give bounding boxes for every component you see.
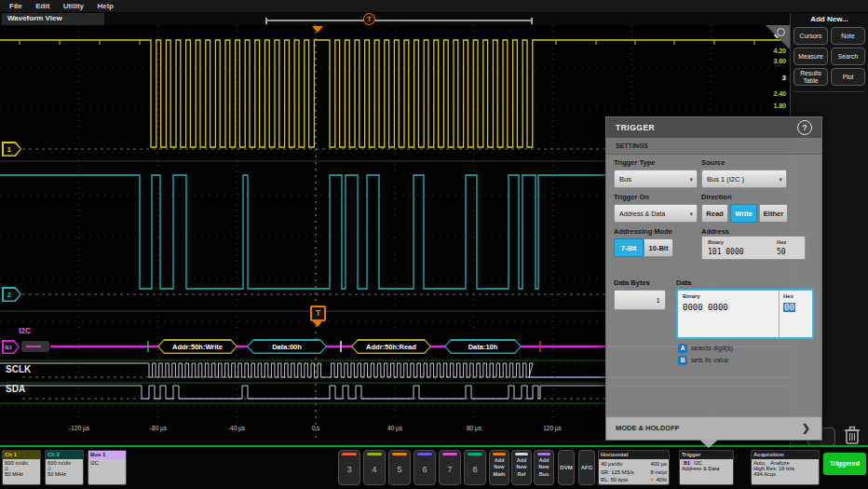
trigger-type-value: Bus [619, 175, 631, 183]
address-binary-value[interactable]: 101 0000 [708, 248, 744, 256]
data-binary-value[interactable]: 0000 0000 [683, 303, 728, 312]
add-new-title: Add New... [791, 12, 868, 23]
direction-either-button[interactable]: Either [759, 204, 788, 223]
channel2-bandwidth: 50 MHz [47, 471, 81, 477]
add-new-ref-button[interactable]: AddNewRef [511, 450, 532, 485]
help-icon[interactable]: ? [797, 120, 812, 135]
addressing-mode-label: Addressing Mode [614, 227, 672, 236]
address-binary-label: Binary [708, 239, 724, 245]
data-hex-label: Hex [783, 293, 793, 299]
dvm-button[interactable]: DVM [558, 450, 575, 485]
addressing-7bit-button[interactable]: 7-Bit [614, 238, 644, 257]
channel1-badge[interactable]: Ch 1 600 m/div Ω 50 MHz [2, 450, 41, 485]
decode-packet-addr-write[interactable]: Addr:50h:Write [157, 339, 237, 354]
sda-label: SDA [6, 384, 25, 394]
time-axis-label: 80 µs [451, 425, 497, 431]
sclk-label: SCLK [6, 364, 31, 374]
measure-button[interactable]: Measure [793, 48, 828, 65]
addressing-10bit-button[interactable]: 10-Bit [644, 238, 673, 257]
trigger-settings-panel: TRIGGER ? SETTINGS Trigger Type Bus Sour… [605, 116, 822, 441]
afg-button[interactable]: AFG [578, 450, 595, 485]
acquisition-active-line [0, 445, 868, 447]
menu-utility[interactable]: Utility [63, 0, 84, 10]
overview-trigger-marker-icon[interactable]: T [363, 13, 375, 25]
channel8-button[interactable]: 8 [464, 450, 486, 485]
horizontal-badge-title: Horizontal [599, 451, 669, 459]
magnifier-icon [777, 28, 785, 36]
channel4-label: 4 [364, 455, 385, 484]
source-value: Bus 1 (I2C ) [707, 175, 744, 183]
zoom-overview-bracket[interactable] [265, 18, 533, 24]
channel1-badge-name: Ch 1 [3, 451, 40, 459]
channel3-button[interactable]: 3 [338, 450, 360, 485]
channel6-button[interactable]: 6 [414, 450, 436, 485]
bus-handle[interactable] [21, 341, 49, 352]
decode-packet-addr-read[interactable]: Addr:50h:Read [351, 339, 431, 354]
decode-packet-data-10[interactable]: Data:10h [444, 339, 522, 354]
menu-bar: File Edit Utility Help [0, 0, 868, 13]
channel7-label: 7 [440, 455, 460, 484]
trigger-position-mini-icon: ▼ [650, 477, 655, 482]
acquisition-badge[interactable]: Acquisition Auto, Analyze High Res: 16 b… [751, 450, 820, 485]
plot-button[interactable]: Plot [831, 68, 865, 86]
source-select[interactable]: Bus 1 (I2C ) [701, 170, 787, 188]
data-bytes-input[interactable]: 1 [614, 290, 666, 310]
menu-edit[interactable]: Edit [35, 0, 49, 10]
trigger-on-value: Address & Data [619, 211, 665, 217]
sidebar-divider [794, 91, 864, 92]
address-label: Address [701, 227, 729, 236]
add-new-math-button[interactable]: AddNewMath [489, 450, 509, 485]
scale-label: 3.60 [749, 58, 786, 64]
triggered-status-badge: Triggered [823, 453, 866, 475]
trigger-indicator-icon[interactable]: T [310, 306, 326, 321]
mode-holdoff-section[interactable]: MODE & HOLDOFF ❯ [606, 416, 821, 440]
data-hex-value[interactable]: 00 [783, 303, 795, 312]
scale-label: 1.80 [749, 102, 786, 109]
data-label: Data [676, 278, 691, 287]
mode-holdoff-label: MODE & HOLDOFF [616, 424, 679, 432]
trigger-position-icon[interactable] [312, 26, 323, 33]
channel8-label: 8 [465, 455, 485, 484]
data-bytes-value: 1 [657, 296, 660, 305]
trigger-badge[interactable]: Trigger B1I2C Address & Data [679, 450, 734, 485]
trigger-type-label: Trigger Type [614, 158, 655, 167]
trigger-on-select[interactable]: Address & Data [614, 204, 698, 223]
bottom-bar: Ch 1 600 m/div Ω 50 MHz Ch 2 600 m/div Ω… [0, 448, 868, 489]
channel7-button[interactable]: 7 [439, 450, 461, 485]
trigger-on-label: Trigger On [614, 193, 649, 201]
menu-file[interactable]: File [9, 0, 22, 10]
add-new-bus-button[interactable]: AddNewBus [534, 450, 554, 485]
trash-icon[interactable] [841, 423, 863, 447]
time-axis-label: -80 µs [135, 425, 182, 431]
overview-bar [267, 20, 531, 21]
channel4-button[interactable]: 4 [363, 450, 386, 485]
knob-a-hint: selects digit(s) [691, 345, 733, 351]
trigger-type-select[interactable]: Bus [614, 170, 698, 188]
address-hex-value[interactable]: 50 [777, 248, 786, 256]
address-field[interactable]: Binary 101 0000 Hex 50 [701, 236, 806, 260]
time-axis-label: 120 µs [529, 425, 576, 431]
search-button[interactable]: Search [831, 48, 865, 65]
trigger-badge-mode: Address & Data [682, 466, 731, 471]
channel5-label: 5 [389, 455, 410, 484]
note-button[interactable]: Note [831, 27, 865, 45]
knob-b-icon: B [678, 356, 687, 365]
direction-write-button[interactable]: Write [730, 204, 757, 223]
knob-a-icon: A [678, 344, 687, 353]
results-table-button[interactable]: Results Table [793, 68, 828, 86]
direction-read-button[interactable]: Read [701, 204, 728, 223]
menu-help[interactable]: Help [97, 0, 113, 10]
channel2-badge[interactable]: Ch 2 600 m/div Ω 50 MHz [45, 450, 84, 485]
channel3-label: 3 [339, 455, 359, 484]
source-label: Source [701, 158, 725, 167]
data-field[interactable]: Binary 0000 0000 Hex 00 [676, 289, 814, 339]
panel-notch [699, 440, 718, 448]
data-bytes-label: Data Bytes [614, 278, 650, 287]
cursors-button[interactable]: Cursors [793, 27, 828, 45]
address-hex-label: Hex [777, 239, 786, 245]
decode-packet-data-00[interactable]: Data:00h [247, 339, 327, 354]
horizontal-badge[interactable]: Horizontal 40 µs/div400 µs SR: 125 MS/s8… [598, 450, 670, 485]
bus1-badge[interactable]: Bus 1 I2C [88, 450, 127, 485]
channel5-button[interactable]: 5 [388, 450, 411, 485]
time-axis-label: 40 µs [372, 425, 418, 431]
